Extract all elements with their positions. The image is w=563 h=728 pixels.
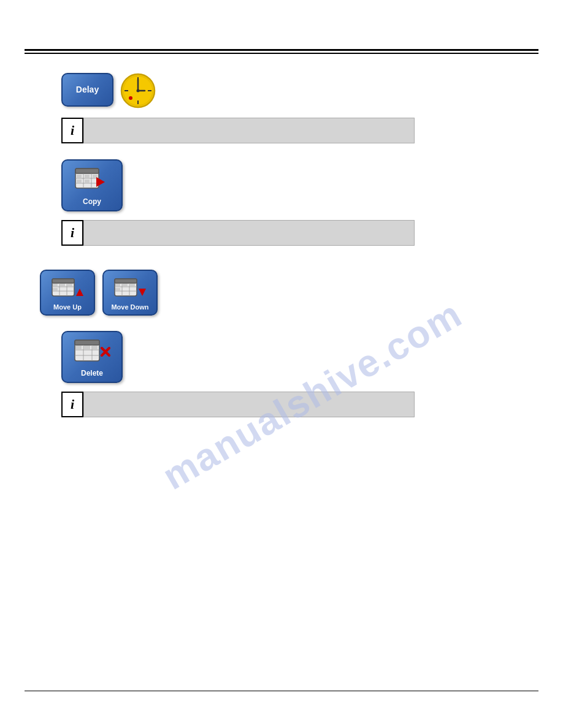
delay-clock-row: Delay [61, 67, 415, 112]
svg-rect-51 [84, 346, 90, 349]
svg-rect-20 [85, 180, 90, 183]
delete-info-text [83, 392, 415, 417]
delete-section: Delete i [61, 331, 415, 417]
copy-button[interactable]: Copy [61, 159, 123, 211]
svg-rect-11 [75, 169, 99, 173]
svg-marker-21 [96, 177, 105, 187]
delay-button-label: Delay [76, 85, 99, 94]
delay-info-text [83, 118, 415, 143]
svg-rect-16 [77, 175, 82, 178]
svg-rect-31 [53, 288, 58, 290]
svg-rect-28 [53, 284, 58, 286]
svg-rect-50 [75, 346, 82, 349]
svg-rect-23 [52, 279, 74, 283]
move-up-button-label: Move Up [53, 303, 82, 311]
page-container: manualshive.com Delay [0, 0, 563, 728]
svg-rect-41 [130, 284, 135, 286]
svg-rect-34 [115, 279, 137, 283]
content-area: Delay [25, 61, 538, 679]
copy-button-label: Copy [83, 197, 101, 206]
copy-info-row: i [61, 220, 415, 246]
svg-rect-42 [115, 288, 120, 290]
svg-rect-40 [123, 284, 128, 286]
delay-section: Delay [61, 67, 415, 143]
copy-info-icon: i [61, 220, 83, 246]
copy-info-text [83, 220, 415, 246]
svg-marker-32 [76, 289, 83, 296]
svg-rect-30 [67, 284, 72, 286]
move-up-button[interactable]: Move Up [40, 270, 95, 316]
move-down-button-label: Move Down [111, 303, 148, 311]
move-down-button[interactable]: Move Down [102, 270, 158, 316]
delete-info-icon: i [61, 392, 83, 417]
delay-info-icon: i [61, 118, 83, 143]
svg-marker-43 [139, 289, 146, 296]
svg-rect-19 [77, 180, 82, 183]
clock-icon [120, 67, 156, 112]
copy-section: Copy i [61, 159, 415, 246]
svg-rect-18 [93, 175, 98, 178]
delete-info-row: i [61, 392, 415, 417]
svg-rect-45 [75, 340, 99, 345]
delay-button[interactable]: Delay [61, 73, 113, 107]
svg-rect-29 [60, 284, 65, 286]
bottom-rule [25, 691, 538, 691]
svg-point-9 [129, 96, 132, 100]
delay-info-row: i [61, 118, 415, 143]
moveupdown-section: Move Up M [40, 270, 158, 316]
delete-button[interactable]: Delete [61, 331, 123, 383]
svg-rect-52 [93, 346, 98, 349]
svg-rect-17 [85, 175, 90, 178]
delete-button-label: Delete [81, 369, 103, 377]
svg-rect-39 [115, 284, 120, 286]
top-rule [25, 49, 538, 54]
